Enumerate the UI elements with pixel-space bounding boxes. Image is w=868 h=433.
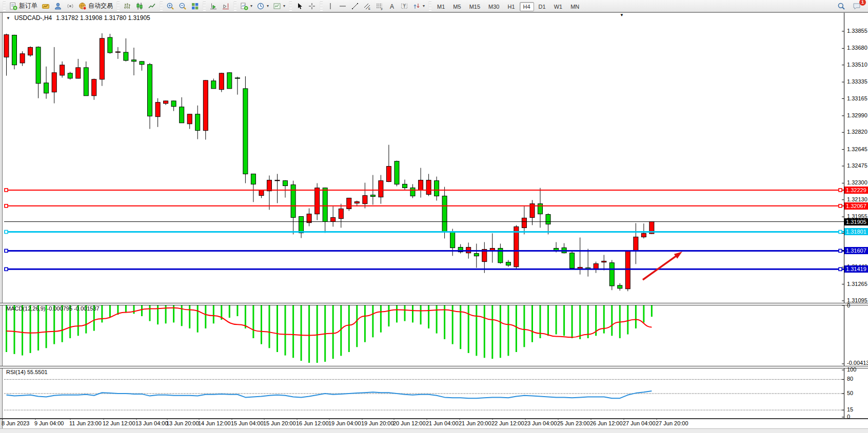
toolbar-grip[interactable] [160,2,163,11]
price-tick-label[interactable]: 1.33335 [847,78,868,85]
timeframe-button-D1[interactable]: D1 [535,2,549,11]
time-label[interactable]: 23 Jun 04:00 [524,420,557,426]
price-tick-label[interactable]: 1.33510 [847,61,868,68]
time-label[interactable]: 15 Jun 20:00 [263,420,296,426]
market-depth-button[interactable] [40,1,52,12]
price-tick-label[interactable]: 1.32130 [847,196,868,202]
price-tick-label[interactable]: 1.33680 [847,45,868,51]
trendline-button[interactable] [349,1,361,12]
line-handle[interactable] [839,189,842,192]
timeframe-button-H1[interactable]: H1 [504,2,518,11]
tile-windows-button[interactable] [189,1,201,12]
line-handle[interactable] [5,204,8,208]
time-label[interactable]: 19 Jun 20:00 [361,420,394,426]
line-handle[interactable] [5,267,8,271]
toolbar-grip[interactable] [289,2,292,11]
auto-scroll-button[interactable] [207,1,220,12]
rsi-tick-label[interactable]: 50 [847,390,868,396]
price-tick-label[interactable]: 1.31265 [847,281,868,287]
time-label[interactable]: 13 Jun 20:00 [166,420,199,426]
new-order-button[interactable]: 新订单 [7,1,40,12]
templates-button[interactable]: ▾ [271,1,287,12]
rsi-tick-label[interactable]: 0 [847,414,868,420]
equidistant-channel-button[interactable]: E [361,1,373,12]
symbol-dropdown-icon[interactable]: ▼ [6,16,10,20]
cursor-button[interactable] [293,1,306,12]
time-label[interactable]: 13 Jun 04:00 [135,420,168,426]
time-label[interactable]: 26 Jun 12:00 [590,420,623,426]
bar-chart-button[interactable] [121,1,133,12]
toolbar-grip[interactable] [233,2,236,11]
indicators-button[interactable]: ▾ [238,1,254,12]
vertical-line-button[interactable] [324,1,337,12]
timeframe-button-M1[interactable]: M1 [433,2,448,11]
toolbar-grip[interactable] [203,2,206,11]
auto-trading-button[interactable]: 自动交易 [76,1,115,12]
time-label[interactable]: 11 Jun 23:00 [69,420,102,426]
time-label[interactable]: 14 Jun 12:00 [198,420,231,426]
pane-divider-macd[interactable] [0,303,868,305]
line-handle[interactable] [839,204,842,208]
toolbar-grip[interactable] [3,2,6,11]
crosshair-button[interactable] [306,1,318,12]
chart-shift-button[interactable] [220,1,232,12]
time-label[interactable]: 15 Jun 04:00 [231,420,264,426]
price-tick-label[interactable]: 1.32645 [847,146,868,152]
time-label[interactable]: 20 Jun 12:00 [393,420,426,426]
timeframe-button-MN[interactable]: MN [567,2,583,11]
time-label[interactable]: 9 Jun 04:00 [34,420,64,426]
price-tick-label[interactable]: 1.32475 [847,162,868,169]
macd-tick-label[interactable]: 0 [847,302,868,308]
line-handle[interactable] [839,231,842,234]
annotation-arrow-shaft[interactable] [643,255,678,280]
price-tick-label[interactable]: 1.32990 [847,112,868,118]
rsi-tick-label[interactable]: 100 [847,366,868,373]
time-label[interactable]: 8 Jun 2023 [2,420,29,426]
time-label[interactable]: 27 Jun 04:00 [623,420,656,426]
zoom-out-button[interactable] [176,1,189,12]
horizontal-line-button[interactable] [337,1,349,12]
timeframe-button-W1[interactable]: W1 [550,2,566,11]
toolbar-grip[interactable] [116,2,120,11]
signals-button[interactable] [64,1,76,12]
time-label[interactable]: 25 Jun 23:00 [557,420,590,426]
line-handle[interactable] [5,249,8,252]
line-handle[interactable] [839,249,842,252]
price-tick-label[interactable]: 1.33165 [847,95,868,101]
time-label[interactable]: 16 Jun 12:00 [296,420,329,426]
timeframe-button-M15[interactable]: M15 [466,2,484,11]
zoom-in-button[interactable] [164,1,176,12]
time-label[interactable]: 27 Jun 20:00 [656,420,688,426]
time-label[interactable]: 21 Jun 20:00 [459,420,491,426]
macd-tick-label[interactable]: -0.004134 [847,360,868,366]
line-chart-button[interactable] [146,1,158,12]
line-handle[interactable] [5,231,8,234]
timeframe-button-M5[interactable]: M5 [449,2,464,11]
time-label[interactable]: 21 Jun 04:00 [426,420,459,426]
timeframe-button-H4[interactable]: H4 [520,2,534,11]
rsi-tick-label[interactable]: 15 [847,406,868,413]
community-button[interactable] [52,1,64,12]
rsi-tick-label[interactable]: 80 [847,376,868,382]
arrows-button[interactable]: ▾ [410,1,427,12]
text-button[interactable]: A [386,1,398,12]
periods-button[interactable]: ▾ [254,1,271,12]
price-tick-label[interactable]: 1.32820 [847,129,868,135]
price-tick-label[interactable]: 1.33855 [847,28,868,34]
pane-divider-rsi[interactable] [0,366,868,368]
toolbar-grip[interactable] [320,2,323,11]
timeframe-button-M30[interactable]: M30 [485,2,503,11]
time-label[interactable]: 19 Jun 04:00 [328,420,361,426]
fibonacci-button[interactable]: F [373,1,386,12]
time-label[interactable]: 12 Jun 12:00 [103,420,135,426]
macd-bar [635,305,637,328]
text-label-button[interactable]: T [398,1,410,12]
price-tick-label[interactable]: 1.32300 [847,179,868,185]
line-handle[interactable] [839,267,842,271]
notifications-button[interactable]: 1 [851,1,863,12]
line-handle[interactable] [5,189,8,192]
search-button[interactable] [835,1,847,12]
toolbar-grip[interactable] [428,2,431,11]
time-label[interactable]: 22 Jun 12:00 [491,420,524,426]
candlestick-chart-button[interactable] [133,1,146,12]
